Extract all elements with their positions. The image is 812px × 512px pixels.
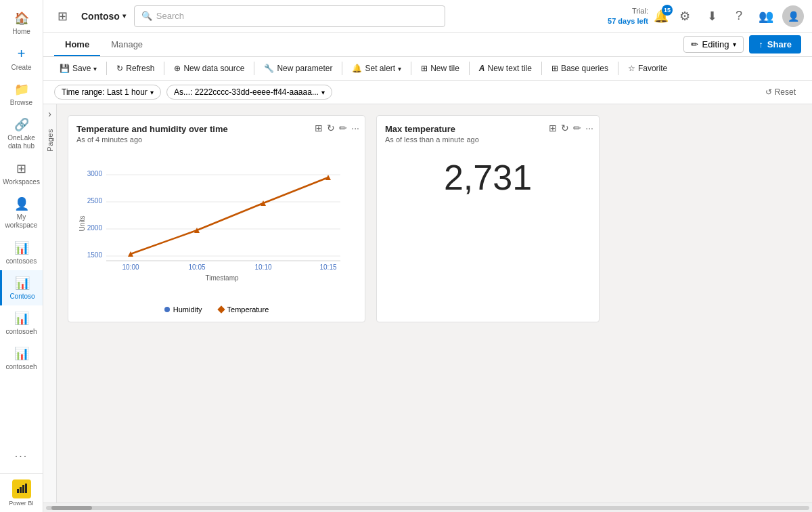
sidebar-item-onelake[interactable]: 🔗 OneLakedata hub	[0, 112, 43, 156]
chart-subtitle: As of 4 minutes ago	[76, 135, 357, 144]
workspace-selector[interactable]: Contoso ▾	[81, 11, 126, 22]
new-parameter-icon: 🔧	[264, 64, 274, 73]
settings-icon: ⚙	[679, 9, 690, 24]
contosoes-icon: 📊	[14, 240, 29, 255]
sidebar-item-label: Workspaces	[3, 178, 40, 186]
help-icon: ?	[736, 9, 742, 23]
humidity-dot	[164, 307, 170, 312]
set-alert-label: Set alert	[365, 64, 395, 73]
share-icon: ↑	[759, 39, 763, 49]
editing-chevron-icon: ▾	[733, 41, 736, 48]
base-queries-button[interactable]: ⊞ Base queries	[546, 61, 614, 76]
time-range-filter[interactable]: Time range: Last 1 hour ▾	[54, 85, 161, 100]
favorite-button[interactable]: ☆ Favorite	[623, 61, 673, 76]
share-button[interactable]: ↑ Share	[749, 35, 801, 54]
refresh-button[interactable]: ↻ Refresh	[111, 61, 160, 76]
filter-bar: Time range: Last 1 hour ▾ As...: 2222ccc…	[43, 81, 812, 104]
workspace-chevron-icon: ▾	[122, 12, 126, 20]
more-icon: ···	[15, 450, 28, 463]
reset-button[interactable]: ↺ Reset	[760, 85, 801, 99]
dashboard: ⊞ ↻ ✏ ··· Temperature and humidity over …	[57, 104, 812, 503]
new-text-tile-button[interactable]: A New text tile	[474, 61, 537, 76]
reset-label: Reset	[775, 87, 796, 97]
sidebar-item-create[interactable]: + Create	[0, 41, 43, 77]
sidebar-item-contosoeh1[interactable]: 📊 contosoeh	[0, 305, 43, 341]
time-range-chevron-icon: ▾	[150, 89, 154, 96]
svg-rect-2	[22, 485, 24, 493]
max-temperature-card: ⊞ ↻ ✏ ··· Max temperature As of less tha…	[376, 115, 600, 322]
save-icon: 💾	[60, 64, 70, 73]
new-tile-label: New tile	[430, 64, 459, 73]
new-parameter-button[interactable]: 🔧 New parameter	[258, 61, 338, 76]
sidebar-item-label: Create	[11, 64, 31, 71]
sidebar-item-myworkspace[interactable]: 👤 Myworkspace	[0, 191, 43, 235]
new-datasource-button[interactable]: ⊕ New data source	[168, 61, 250, 76]
sidebar-item-label: contosoeh	[5, 363, 37, 370]
tab-home[interactable]: Home	[54, 33, 100, 56]
sidebar-item-workspaces[interactable]: ⊞ Workspaces	[0, 156, 43, 191]
sidebar-more[interactable]: ···	[0, 445, 43, 468]
as-filter[interactable]: As...: 2222cccc-33dd-eeee-ff44-aaaaa... …	[166, 85, 332, 100]
set-alert-button[interactable]: 🔔 Set alert ▾	[346, 61, 407, 76]
svg-text:Timestamp: Timestamp	[205, 274, 239, 282]
pages-panel[interactable]: › Pages	[43, 104, 57, 503]
new-text-icon: A	[479, 64, 485, 73]
metric-value: 2,731	[385, 157, 591, 198]
scrollbar-thumb	[51, 506, 92, 510]
save-button[interactable]: 💾 Save ▾	[54, 61, 102, 76]
refresh-icon: ↻	[116, 64, 123, 73]
powerbi-icon	[12, 479, 31, 498]
new-tile-button[interactable]: ⊞ New tile	[415, 61, 465, 76]
myworkspace-icon: 👤	[14, 196, 29, 211]
sidebar-item-contoso[interactable]: 📊 Contoso	[0, 270, 43, 305]
divider-1	[106, 62, 107, 75]
svg-text:10:15: 10:15	[319, 263, 336, 271]
as-chevron-icon: ▾	[321, 89, 325, 96]
chart-more-icon[interactable]: ···	[351, 123, 359, 133]
chart-grid-icon[interactable]: ⊞	[315, 123, 323, 133]
tab-manage[interactable]: Manage	[100, 33, 154, 56]
powerbi-footer: Power BI	[0, 473, 43, 512]
sidebar-item-contosoes[interactable]: 📊 contosoes	[0, 235, 43, 270]
share-people-button[interactable]: 👥	[755, 5, 777, 27]
temperature-label: Temperature	[227, 305, 269, 314]
sidebar-item-contosoeh2[interactable]: 📊 contosoeh	[0, 341, 43, 376]
refresh-label: Refresh	[126, 64, 154, 73]
divider-2	[164, 62, 164, 75]
svg-text:3000: 3000	[87, 170, 103, 177]
avatar[interactable]: 👤	[782, 5, 804, 27]
notification-button[interactable]: 🔔 15	[654, 9, 669, 24]
browse-icon: 📁	[14, 82, 29, 97]
onelake-icon: 🔗	[14, 117, 29, 132]
chart-legend: Humidity Temperature	[76, 305, 357, 314]
app-grid-icon[interactable]: ⊞	[51, 5, 73, 27]
sidebar-item-home[interactable]: 🏠 Home	[0, 5, 43, 41]
bottom-scrollbar[interactable]	[43, 503, 812, 512]
base-queries-icon: ⊞	[551, 64, 558, 73]
sidebar-item-label: Contoso	[9, 293, 35, 300]
trial-info: Trial: 57 days left	[608, 6, 648, 26]
editing-button[interactable]: ✏ Editing ▾	[683, 36, 744, 53]
help-button[interactable]: ?	[728, 5, 750, 27]
svg-text:10:05: 10:05	[188, 263, 205, 271]
chart-refresh-icon[interactable]: ↻	[327, 123, 335, 133]
set-alert-icon: 🔔	[352, 64, 362, 73]
trial-days: 57 days left	[608, 16, 648, 26]
nav-tabs-bar: Home Manage ✏ Editing ▾ ↑ Share	[43, 33, 812, 57]
download-button[interactable]: ⬇	[701, 5, 723, 27]
metric-grid-icon[interactable]: ⊞	[549, 123, 557, 133]
metric-more-icon[interactable]: ···	[585, 123, 593, 133]
metric-refresh-icon[interactable]: ↻	[561, 123, 569, 133]
chart-svg: Units 3000 2500 2000 1500	[76, 149, 354, 298]
sidebar-item-browse[interactable]: 📁 Browse	[0, 77, 43, 112]
search-box[interactable]: 🔍 Search	[134, 5, 445, 27]
chart-edit-icon[interactable]: ✏	[339, 123, 347, 133]
settings-button[interactable]: ⚙	[674, 5, 696, 27]
metric-edit-icon[interactable]: ✏	[573, 123, 581, 133]
sidebar: 🏠 Home + Create 📁 Browse 🔗 OneLakedata h…	[0, 0, 43, 512]
home-icon: 🏠	[14, 11, 29, 26]
editing-label: Editing	[702, 39, 729, 49]
divider-3	[254, 62, 254, 75]
humidity-legend: Humidity	[164, 305, 202, 314]
svg-text:1500: 1500	[87, 251, 103, 259]
